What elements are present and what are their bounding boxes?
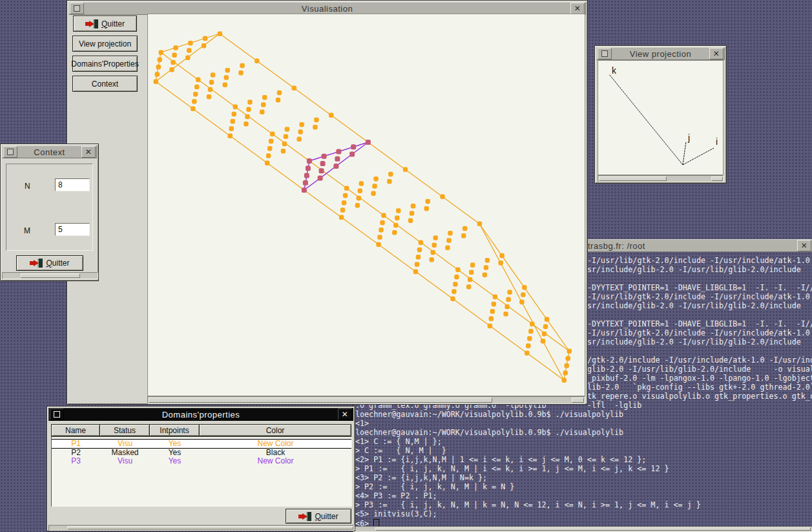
terminal-line: <4> P3 := P2 . P1;: [355, 492, 437, 500]
window-menu-icon: [54, 411, 60, 418]
view-projection-window: View projection ✕ kji: [594, 45, 727, 184]
param-m-label: M: [24, 226, 30, 235]
terminal-line: sr/include/glib-2.0 -I/usr/lib/glib-2.0/…: [587, 302, 801, 310]
terminal-line: -I/usr/lib/gtk-2.0/include -I/usr/includ…: [587, 257, 810, 265]
table-cell: Masked: [100, 449, 150, 457]
domains-hscrollbar[interactable]: [48, 525, 355, 531]
quitter-label: Quitter: [46, 259, 69, 268]
context-titlebar[interactable]: Context ✕: [2, 145, 97, 158]
table-row[interactable]: P2MaskedYesBlack: [52, 449, 351, 457]
terminal-line: > C := { N, M | }: [355, 447, 446, 455]
scrollbar-stepper[interactable]: [711, 176, 723, 181]
terminal-line: -I/usr/lib/gtk-2.0/include -I/usr/includ…: [587, 329, 810, 337]
visualisation-window: Visualisation ✕ Quitter View projection …: [67, 0, 588, 405]
domains-properties-button[interactable]: Domains'Properties: [72, 56, 138, 72]
exit-icon: [298, 512, 311, 521]
window-menu-button[interactable]: [598, 48, 612, 59]
window-menu-button[interactable]: [50, 409, 64, 420]
view-projection-hscrollbar[interactable]: [598, 175, 724, 182]
polytope-drawing: [148, 14, 585, 396]
column-header-color[interactable]: Color: [199, 424, 351, 436]
table-cell: Yes: [150, 440, 200, 448]
svg-text:i: i: [716, 136, 718, 147]
desktop: { "visualisation_window": { "title": "Vi…: [0, 0, 812, 532]
table-cell: Visu: [100, 457, 150, 465]
terminal-line: sr/include/glib-2.0 -I/usr/lib/glib-2.0/…: [587, 338, 801, 346]
view-projection-close-button[interactable]: ✕: [709, 48, 724, 59]
terminal-line: > P3 := { i, j, k, N, M | k = N, N <= 12…: [355, 501, 701, 509]
param-n-label: N: [25, 182, 30, 191]
domains-quitter-button[interactable]: Quitter: [286, 509, 351, 524]
column-header-status[interactable]: Status: [99, 424, 150, 436]
domains-title: Domains'properties: [65, 410, 337, 420]
param-n-input[interactable]: 8: [55, 178, 90, 191]
terminal-line: -I/usr/lib/gtk-2.0/include -I/usr/includ…: [587, 293, 810, 301]
scrollbar-stepper[interactable]: [572, 398, 584, 403]
domains-titlebar[interactable]: Domains'properties ✕: [48, 408, 353, 421]
context-button[interactable]: Context: [72, 76, 138, 92]
svg-text:k: k: [612, 65, 617, 76]
table-header-row: NameStatusIntpointsColor: [51, 424, 351, 436]
visualisation-hscrollbar[interactable]: [147, 396, 585, 404]
context-quitter-button[interactable]: Quitter: [16, 255, 83, 271]
domains-table[interactable]: P1VisuYesNew ColorP2MaskedYesBlackP3Visu…: [51, 436, 352, 507]
axes-canvas[interactable]: kji: [598, 60, 724, 175]
domains-properties-window: Domains'properties ✕ NameStatusIntpoints…: [47, 406, 355, 531]
terminal-close-button[interactable]: ✕: [797, 240, 811, 251]
column-header-intpoints[interactable]: Intpoints: [149, 424, 200, 436]
terminal-bottom-scrollbar[interactable]: [353, 526, 812, 532]
table-cell: P3: [52, 457, 100, 465]
terminal-line: lib-2.0 `pkg-config --libs gtk+-2.0 gthr…: [587, 383, 812, 392]
terminal-line: loechner@gauvain:~/WORK/visualpolylib.0.…: [355, 410, 623, 419]
column-header-name[interactable]: Name: [51, 424, 100, 436]
scrollbar-slider[interactable]: [67, 526, 353, 529]
terminal-line: tk_repere.o visualpolylib.o gtk_properti…: [587, 392, 812, 401]
quitter-label: Quitter: [315, 512, 338, 521]
scrollbar-slider[interactable]: [149, 398, 492, 403]
window-menu-icon: [7, 149, 14, 155]
scrollbar-slider[interactable]: [375, 527, 811, 531]
terminal-line: -DYYTEXT_POINTER=1 -DHAVE_LIBGLIB=1 -I. …: [587, 320, 812, 328]
terminal-line: glib-2.0 -I/usr/lib/glib-2.0/include -o …: [587, 365, 812, 374]
visualisation-title: Visualisation: [85, 4, 570, 14]
context-title: Context: [18, 147, 81, 157]
parameters-frame: [6, 164, 93, 251]
terminal-line: _pixbuf-2.0 -lm -lpangox-1.0 -lpango-1.0…: [587, 374, 812, 383]
table-cell: New Color: [200, 440, 351, 448]
window-menu-icon: [601, 50, 608, 57]
table-cell: P1: [52, 440, 100, 448]
param-m-input[interactable]: 5: [55, 223, 90, 236]
table-cell: Yes: [150, 449, 200, 457]
close-icon: ✕: [85, 147, 92, 156]
close-icon: ✕: [801, 241, 808, 250]
axes-drawing: kji: [598, 61, 723, 175]
table-cell: Visu: [100, 440, 150, 448]
terminal-line: loechner@gauvain:~/WORK/visualpolylib.0.…: [355, 429, 623, 437]
view-projection-titlebar[interactable]: View projection ✕: [596, 47, 725, 60]
svg-text:j: j: [687, 133, 690, 143]
polytope-canvas[interactable]: [147, 14, 585, 396]
table-row[interactable]: P3VisuYesNew Color: [52, 457, 351, 465]
table-row[interactable]: P1VisuYesNew Color: [52, 439, 351, 449]
close-icon: ✕: [713, 49, 720, 58]
quitter-button[interactable]: Quitter: [73, 16, 137, 32]
visualisation-titlebar[interactable]: Visualisation ✕: [68, 2, 586, 15]
window-menu-button[interactable]: [3, 146, 17, 158]
terminal-line: <5> initvisu(3,C);: [355, 510, 437, 518]
domains-close-button[interactable]: ✕: [338, 409, 352, 420]
scrollbar-slider[interactable]: [21, 273, 80, 278]
context-close-button[interactable]: ✕: [81, 146, 96, 158]
context-hscrollbar[interactable]: [2, 272, 98, 279]
context-window: Context ✕ N 8 M 5 Quitter: [0, 144, 99, 281]
terminal-line: -DYYTEXT_POINTER=1 -DHAVE_LIBGLIB=1 -I. …: [587, 284, 812, 292]
terminal-line: > P1 := { i, j, k, N, M | i <= k, i >= 1…: [355, 465, 669, 473]
exit-icon: [85, 19, 98, 28]
visualisation-close-button[interactable]: ✕: [570, 3, 585, 14]
close-icon: ✕: [342, 410, 349, 419]
window-menu-icon: [74, 5, 80, 12]
table-cell: Yes: [150, 457, 200, 465]
view-projection-button[interactable]: View projection: [72, 36, 138, 52]
view-projection-title: View projection: [612, 49, 709, 59]
window-menu-button[interactable]: [70, 3, 84, 14]
scrollbar-slider[interactable]: [599, 176, 667, 181]
